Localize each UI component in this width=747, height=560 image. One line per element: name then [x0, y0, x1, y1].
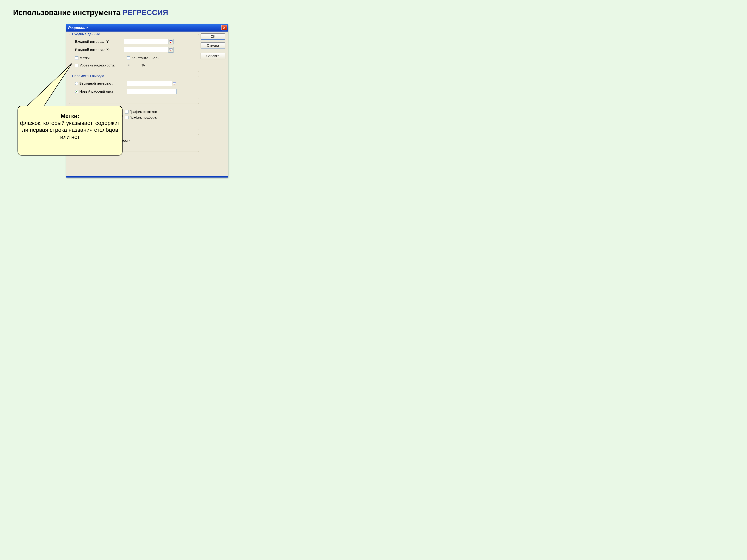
titlebar[interactable]: Регрессия [66, 24, 228, 31]
refedit-y-button[interactable] [169, 39, 174, 45]
checkbox-fit-plot-text: График подбора [130, 115, 156, 119]
ok-button-label: ОК [211, 35, 215, 38]
input-x-range[interactable] [124, 47, 169, 52]
checkbox-labels[interactable] [75, 56, 78, 60]
input-y-range[interactable] [124, 39, 169, 44]
svg-rect-2 [170, 41, 170, 41]
group-input-legend: Входные данные [71, 32, 101, 36]
ok-button[interactable]: ОК [201, 33, 225, 40]
svg-rect-11 [173, 82, 176, 82]
svg-rect-8 [171, 49, 171, 50]
titlebar-text: Регрессия [68, 26, 88, 30]
dialog-bottom-border [66, 177, 228, 178]
input-output-range[interactable] [127, 81, 172, 86]
cancel-button-label: Отмена [207, 44, 219, 48]
cancel-button[interactable]: Отмена [201, 43, 225, 49]
callout-body: флажок, который указывает, содержит ли п… [20, 120, 120, 140]
refedit-icon [169, 40, 173, 43]
checkbox-constant-zero[interactable] [127, 56, 130, 60]
slide-title-black: Использование инструмента [13, 8, 123, 17]
refedit-x-button[interactable] [169, 47, 174, 53]
callout: Метки: флажок, который указывает, содерж… [10, 61, 130, 166]
refedit-icon [169, 48, 173, 52]
checkbox-labels-text: Метки [80, 56, 89, 60]
checkbox-residual-plot-text: График остатков [130, 110, 157, 114]
close-button[interactable] [221, 25, 227, 30]
label-input-x: Входной интервал X: [72, 48, 124, 52]
svg-rect-12 [173, 83, 174, 83]
callout-title: Метки: [61, 113, 79, 119]
refedit-icon [173, 82, 176, 85]
svg-rect-6 [170, 49, 172, 49]
dialog-button-column: ОК Отмена Справка [201, 33, 225, 59]
slide-title-accent: РЕГРЕССИЯ [123, 8, 168, 17]
checkbox-constant-zero-text: Константа - ноль [131, 56, 159, 60]
svg-rect-1 [170, 40, 172, 41]
refedit-output-button[interactable] [172, 81, 177, 86]
input-new-sheet-name[interactable] [127, 89, 177, 94]
help-button-label: Справка [206, 54, 220, 58]
close-icon [223, 26, 226, 29]
percent-label: % [141, 63, 145, 68]
svg-rect-3 [171, 41, 171, 41]
label-input-y: Входной интервал Y: [72, 39, 124, 44]
slide-title: Использование инструмента РЕГРЕССИЯ [13, 8, 168, 17]
help-button[interactable]: Справка [201, 53, 225, 59]
svg-rect-13 [174, 83, 175, 83]
svg-rect-7 [170, 49, 170, 50]
